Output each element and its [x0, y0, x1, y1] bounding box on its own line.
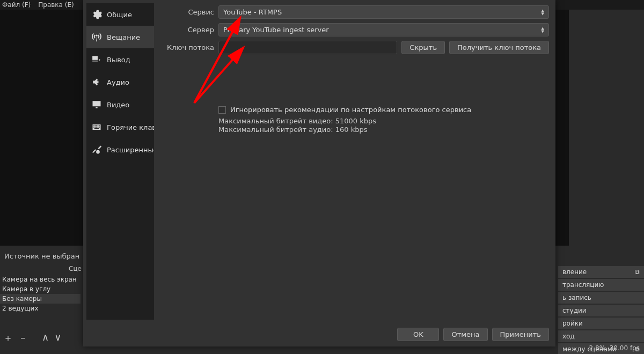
updown-icon: ▲▼	[541, 27, 544, 33]
start-streaming-button[interactable]: трансляцию	[558, 279, 644, 291]
ignore-recommendations-label: Игнорировать рекомендации по настройкам …	[230, 106, 471, 114]
add-scene-button[interactable]: ＋	[3, 331, 13, 344]
server-select-value: Primary YouTube ingest server	[223, 26, 329, 34]
output-icon	[91, 54, 103, 65]
sidebar-item-general[interactable]: Общие	[86, 3, 154, 26]
updown-icon: ▲▼	[541, 9, 544, 16]
hide-key-button[interactable]: Скрыть	[401, 41, 445, 54]
server-label: Сервер	[159, 26, 214, 34]
scene-item[interactable]: Камера в углу	[0, 284, 80, 294]
keyboard-icon	[91, 121, 103, 133]
start-recording-button[interactable]: ь запись	[558, 292, 644, 304]
studio-mode-button[interactable]: студии	[558, 305, 644, 316]
sidebar-item-audio[interactable]: Аудио	[86, 71, 154, 93]
service-select-value: YouTube - RTMPS	[223, 8, 282, 16]
scenes-list[interactable]: Камера на весь экран Камера в углу Без к…	[0, 275, 80, 313]
scenes-heading-fragment: Сце	[69, 265, 82, 272]
sidebar-item-label: Видео	[107, 101, 129, 109]
service-label: Сервис	[159, 8, 214, 16]
no-source-label: Источник не выбран	[4, 246, 79, 267]
antenna-icon	[91, 31, 103, 43]
ok-button[interactable]: OK	[397, 328, 439, 341]
scene-item[interactable]: Камера на весь экран	[0, 275, 80, 284]
sidebar-item-video[interactable]: Видео	[86, 93, 154, 116]
menu-edit[interactable]: Правка (E)	[38, 1, 74, 9]
scene-item[interactable]: Без камеры	[0, 294, 80, 304]
sidebar-item-output[interactable]: Вывод	[86, 48, 154, 71]
speaker-icon	[91, 76, 103, 88]
sidebar-item-label: Общие	[107, 11, 132, 19]
exit-button[interactable]: ход	[558, 330, 644, 342]
move-scene-up-button[interactable]: ∧	[42, 331, 49, 344]
cancel-button[interactable]: Отмена	[443, 328, 487, 341]
sidebar-item-advanced[interactable]: Расширенные	[86, 138, 154, 161]
gear-icon	[91, 9, 103, 20]
stream-key-input[interactable]	[218, 41, 397, 54]
tools-icon	[91, 144, 103, 156]
popout-icon[interactable]: ⧉	[635, 268, 640, 276]
scene-item[interactable]: 2 ведущих	[0, 304, 80, 313]
status-stats: 2.8%, 30.00 fps	[589, 344, 640, 352]
menu-file[interactable]: Файл (F)	[2, 1, 31, 9]
settings-sidebar: Общие Вещание Вывод Аудио Видео Горячие …	[86, 3, 154, 320]
controls-header-label: вление	[562, 268, 587, 276]
server-select[interactable]: Primary YouTube ingest server ▲▼	[218, 23, 549, 36]
monitor-icon	[91, 99, 103, 110]
controls-header: вление ⧉	[558, 266, 644, 278]
sidebar-item-label: Вещание	[107, 33, 140, 41]
max-video-bitrate-label: Максимальный битрейт видео: 51000 kbps	[218, 117, 549, 126]
ignore-recommendations-checkbox[interactable]	[218, 106, 226, 114]
sidebar-item-hotkeys[interactable]: Горячие клави	[86, 116, 154, 138]
sidebar-item-label: Горячие клави	[107, 123, 154, 131]
scene-tools: ＋ － ∧ ∨	[3, 331, 61, 344]
apply-button[interactable]: Применить	[492, 328, 549, 341]
settings-button[interactable]: ройки	[558, 318, 644, 329]
settings-dialog: Общие Вещание Вывод Аудио Видео Горячие …	[83, 0, 555, 346]
sidebar-item-label: Расширенные	[107, 146, 154, 154]
sidebar-item-label: Вывод	[107, 56, 130, 64]
sidebar-item-label: Аудио	[107, 78, 129, 86]
get-stream-key-button[interactable]: Получить ключ потока	[449, 41, 549, 54]
max-audio-bitrate-label: Максимальный битрейт аудио: 160 kbps	[218, 126, 549, 134]
sidebar-item-stream[interactable]: Вещание	[86, 26, 154, 48]
service-select[interactable]: YouTube - RTMPS ▲▼	[218, 5, 549, 19]
dialog-button-row: OK Отмена Применить	[397, 328, 549, 341]
controls-column: вление ⧉ трансляцию ь запись студии ройк…	[558, 266, 644, 354]
bitrate-info: Максимальный битрейт видео: 51000 kbps М…	[218, 117, 549, 135]
stream-key-label: Ключ потока	[159, 43, 214, 51]
remove-scene-button[interactable]: －	[18, 331, 28, 344]
settings-panel-stream: Сервис YouTube - RTMPS ▲▼ Сервер Primary…	[159, 5, 549, 320]
move-scene-down-button[interactable]: ∨	[54, 331, 61, 344]
